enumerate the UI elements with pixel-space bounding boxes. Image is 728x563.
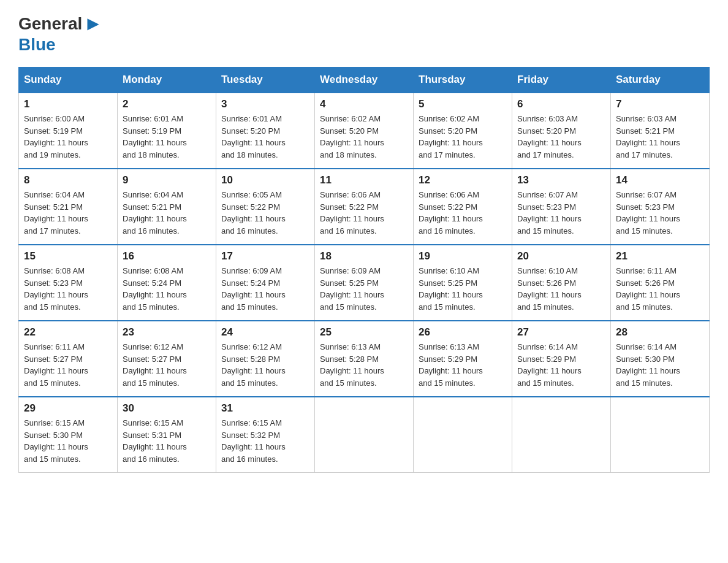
day-cell: 2 Sunrise: 6:01 AMSunset: 5:19 PMDayligh… (118, 93, 216, 169)
day-info: Sunrise: 6:02 AMSunset: 5:20 PMDaylight:… (419, 114, 483, 159)
day-number: 25 (320, 326, 408, 339)
day-cell: 18 Sunrise: 6:09 AMSunset: 5:25 PMDaylig… (315, 245, 414, 321)
week-row-5: 29 Sunrise: 6:15 AMSunset: 5:30 PMDaylig… (19, 397, 710, 473)
day-cell: 17 Sunrise: 6:09 AMSunset: 5:24 PMDaylig… (216, 245, 315, 321)
day-number: 9 (123, 174, 211, 186)
day-cell: 4 Sunrise: 6:02 AMSunset: 5:20 PMDayligh… (315, 93, 414, 169)
day-number: 21 (616, 250, 704, 262)
logo-general-text: General (18, 14, 82, 34)
day-info: Sunrise: 6:03 AMSunset: 5:21 PMDaylight:… (616, 114, 680, 159)
day-cell (611, 397, 710, 473)
day-info: Sunrise: 6:04 AMSunset: 5:21 PMDaylight:… (123, 190, 187, 236)
day-info: Sunrise: 6:13 AMSunset: 5:29 PMDaylight:… (419, 342, 483, 388)
day-info: Sunrise: 6:09 AMSunset: 5:24 PMDaylight:… (221, 266, 286, 312)
day-number: 13 (517, 174, 605, 186)
day-info: Sunrise: 6:08 AMSunset: 5:24 PMDaylight:… (123, 266, 187, 312)
day-cell: 11 Sunrise: 6:06 AMSunset: 5:22 PMDaylig… (315, 169, 414, 245)
header-cell-friday: Friday (512, 67, 611, 93)
header-row: SundayMondayTuesdayWednesdayThursdayFrid… (19, 67, 710, 93)
day-info: Sunrise: 6:15 AMSunset: 5:31 PMDaylight:… (123, 418, 187, 464)
day-info: Sunrise: 6:03 AMSunset: 5:20 PMDaylight:… (517, 114, 582, 159)
header-cell-monday: Monday (118, 67, 216, 93)
logo: General ► Blue (18, 12, 104, 55)
day-info: Sunrise: 6:11 AMSunset: 5:26 PMDaylight:… (616, 266, 680, 312)
day-number: 30 (123, 402, 211, 415)
day-info: Sunrise: 6:12 AMSunset: 5:27 PMDaylight:… (123, 342, 187, 388)
calendar-header: SundayMondayTuesdayWednesdayThursdayFrid… (19, 67, 710, 93)
day-number: 7 (616, 98, 704, 110)
day-cell: 27 Sunrise: 6:14 AMSunset: 5:29 PMDaylig… (512, 321, 611, 397)
header-cell-wednesday: Wednesday (315, 67, 414, 93)
day-number: 14 (616, 174, 704, 186)
day-number: 1 (24, 98, 112, 110)
day-cell (315, 397, 414, 473)
day-info: Sunrise: 6:14 AMSunset: 5:29 PMDaylight:… (517, 342, 582, 388)
day-cell: 5 Sunrise: 6:02 AMSunset: 5:20 PMDayligh… (414, 93, 512, 169)
day-number: 28 (616, 326, 704, 339)
day-info: Sunrise: 6:04 AMSunset: 5:21 PMDaylight:… (24, 190, 88, 236)
day-number: 15 (24, 250, 112, 262)
day-cell: 16 Sunrise: 6:08 AMSunset: 5:24 PMDaylig… (118, 245, 216, 321)
day-info: Sunrise: 6:15 AMSunset: 5:32 PMDaylight:… (221, 418, 286, 464)
day-cell: 1 Sunrise: 6:00 AMSunset: 5:19 PMDayligh… (19, 93, 118, 169)
day-cell: 9 Sunrise: 6:04 AMSunset: 5:21 PMDayligh… (118, 169, 216, 245)
week-row-1: 1 Sunrise: 6:00 AMSunset: 5:19 PMDayligh… (19, 93, 710, 169)
page-header: General ► Blue (18, 12, 710, 55)
week-row-3: 15 Sunrise: 6:08 AMSunset: 5:23 PMDaylig… (19, 245, 710, 321)
day-cell: 29 Sunrise: 6:15 AMSunset: 5:30 PMDaylig… (19, 397, 118, 473)
day-cell: 24 Sunrise: 6:12 AMSunset: 5:28 PMDaylig… (216, 321, 315, 397)
day-cell: 23 Sunrise: 6:12 AMSunset: 5:27 PMDaylig… (118, 321, 216, 397)
day-cell: 13 Sunrise: 6:07 AMSunset: 5:23 PMDaylig… (512, 169, 611, 245)
day-cell: 12 Sunrise: 6:06 AMSunset: 5:22 PMDaylig… (414, 169, 512, 245)
day-cell: 6 Sunrise: 6:03 AMSunset: 5:20 PMDayligh… (512, 93, 611, 169)
header-cell-thursday: Thursday (414, 67, 512, 93)
day-info: Sunrise: 6:10 AMSunset: 5:26 PMDaylight:… (517, 266, 582, 312)
day-number: 29 (24, 402, 112, 415)
day-info: Sunrise: 6:06 AMSunset: 5:22 PMDaylight:… (320, 190, 384, 236)
calendar-table: SundayMondayTuesdayWednesdayThursdayFrid… (18, 67, 710, 473)
day-cell: 22 Sunrise: 6:11 AMSunset: 5:27 PMDaylig… (19, 321, 118, 397)
day-info: Sunrise: 6:07 AMSunset: 5:23 PMDaylight:… (517, 190, 582, 236)
day-cell: 10 Sunrise: 6:05 AMSunset: 5:22 PMDaylig… (216, 169, 315, 245)
day-number: 5 (419, 98, 507, 110)
header-cell-sunday: Sunday (19, 67, 118, 93)
calendar-body: 1 Sunrise: 6:00 AMSunset: 5:19 PMDayligh… (19, 93, 710, 473)
day-info: Sunrise: 6:01 AMSunset: 5:19 PMDaylight:… (123, 114, 187, 159)
day-number: 17 (221, 250, 309, 262)
day-info: Sunrise: 6:06 AMSunset: 5:22 PMDaylight:… (419, 190, 483, 236)
day-info: Sunrise: 6:07 AMSunset: 5:23 PMDaylight:… (616, 190, 680, 236)
week-row-4: 22 Sunrise: 6:11 AMSunset: 5:27 PMDaylig… (19, 321, 710, 397)
day-info: Sunrise: 6:05 AMSunset: 5:22 PMDaylight:… (221, 190, 286, 236)
day-cell: 31 Sunrise: 6:15 AMSunset: 5:32 PMDaylig… (216, 397, 315, 473)
day-info: Sunrise: 6:13 AMSunset: 5:28 PMDaylight:… (320, 342, 384, 388)
day-cell (512, 397, 611, 473)
day-info: Sunrise: 6:09 AMSunset: 5:25 PMDaylight:… (320, 266, 384, 312)
day-number: 20 (517, 250, 605, 262)
day-number: 6 (517, 98, 605, 110)
day-info: Sunrise: 6:12 AMSunset: 5:28 PMDaylight:… (221, 342, 286, 388)
day-number: 3 (221, 98, 309, 110)
day-info: Sunrise: 6:08 AMSunset: 5:23 PMDaylight:… (24, 266, 88, 312)
header-cell-saturday: Saturday (611, 67, 710, 93)
day-info: Sunrise: 6:00 AMSunset: 5:19 PMDaylight:… (24, 114, 88, 159)
day-cell: 14 Sunrise: 6:07 AMSunset: 5:23 PMDaylig… (611, 169, 710, 245)
week-row-2: 8 Sunrise: 6:04 AMSunset: 5:21 PMDayligh… (19, 169, 710, 245)
day-cell: 19 Sunrise: 6:10 AMSunset: 5:25 PMDaylig… (414, 245, 512, 321)
day-number: 10 (221, 174, 309, 186)
header-cell-tuesday: Tuesday (216, 67, 315, 93)
day-cell: 28 Sunrise: 6:14 AMSunset: 5:30 PMDaylig… (611, 321, 710, 397)
day-info: Sunrise: 6:10 AMSunset: 5:25 PMDaylight:… (419, 266, 483, 312)
logo-arrow-icon: ► (83, 12, 103, 35)
day-number: 26 (419, 326, 507, 339)
day-number: 18 (320, 250, 408, 262)
day-cell: 15 Sunrise: 6:08 AMSunset: 5:23 PMDaylig… (19, 245, 118, 321)
day-info: Sunrise: 6:02 AMSunset: 5:20 PMDaylight:… (320, 114, 384, 159)
day-number: 2 (123, 98, 211, 110)
day-number: 22 (24, 326, 112, 339)
day-info: Sunrise: 6:15 AMSunset: 5:30 PMDaylight:… (24, 418, 88, 464)
day-cell (414, 397, 512, 473)
day-cell: 8 Sunrise: 6:04 AMSunset: 5:21 PMDayligh… (19, 169, 118, 245)
day-cell: 30 Sunrise: 6:15 AMSunset: 5:31 PMDaylig… (118, 397, 216, 473)
day-info: Sunrise: 6:01 AMSunset: 5:20 PMDaylight:… (221, 114, 286, 159)
day-cell: 25 Sunrise: 6:13 AMSunset: 5:28 PMDaylig… (315, 321, 414, 397)
